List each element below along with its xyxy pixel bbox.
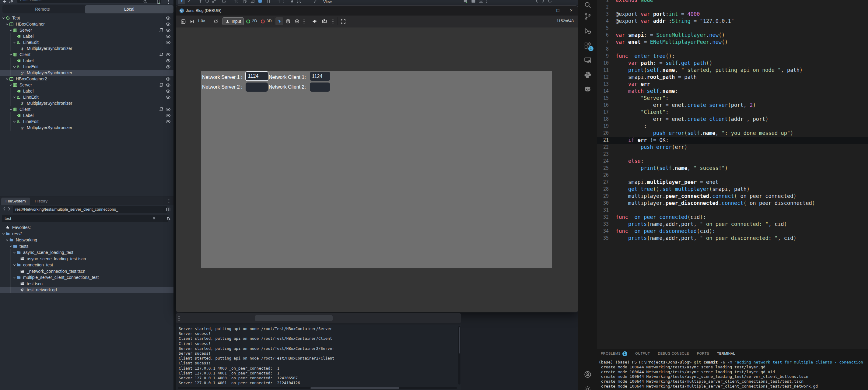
panel-tab-ports[interactable]: PORTS — [697, 349, 709, 358]
2d-mode-icon[interactable] — [246, 19, 250, 24]
chevron-down-icon[interactable] — [8, 29, 13, 32]
input-mode-button[interactable]: Input — [222, 17, 244, 25]
godot-tools-icon[interactable] — [578, 82, 597, 97]
filter-nodes-input[interactable] — [17, 0, 161, 3]
pivot-tool-icon[interactable] — [234, 0, 238, 3]
visibility-eye-icon[interactable] — [165, 34, 171, 38]
file-res-[interactable]: res:// — [0, 231, 174, 237]
visibility-eye-icon[interactable] — [165, 77, 171, 81]
visibility-eye-icon[interactable] — [165, 89, 171, 93]
scene-node-multiplayersynchronizer[interactable]: MultiplayerSynchronizer — [0, 46, 174, 52]
chevron-down-icon[interactable] — [5, 23, 9, 26]
add-node-icon[interactable] — [2, 0, 6, 4]
pick-node-button[interactable] — [275, 17, 283, 25]
scale-tool-icon[interactable] — [212, 0, 216, 3]
panel-tab-debug-console[interactable]: DEBUG CONSOLE — [658, 349, 689, 358]
file-favorites-[interactable]: Favorites: — [0, 224, 174, 231]
server2-port-input[interactable] — [246, 83, 268, 92]
scene-node-server[interactable]: Server — [0, 27, 174, 33]
file-connection-test[interactable]: connection_test — [0, 262, 174, 268]
output-log[interactable]: Server started, putting api on node /roo… — [179, 326, 456, 386]
chevron-down-icon[interactable] — [12, 263, 17, 267]
scrollbar-grip[interactable] — [178, 316, 181, 321]
back-icon[interactable] — [2, 206, 6, 211]
visibility-eye-icon[interactable] — [165, 120, 171, 124]
debug-options-menu-icon[interactable] — [303, 19, 305, 24]
dock-splitter[interactable] — [174, 0, 176, 390]
view-menu[interactable]: View — [323, 0, 332, 4]
move-tool-icon[interactable] — [187, 0, 191, 3]
visibility-eye-icon[interactable] — [165, 40, 171, 44]
3d-mode-icon[interactable] — [260, 19, 265, 24]
sort-files-icon[interactable] — [166, 216, 170, 221]
scene-dock-menu-icon[interactable] — [167, 0, 169, 4]
script-icon[interactable] — [159, 107, 163, 112]
restart-game-button[interactable] — [213, 19, 219, 24]
filesystem-search-input[interactable] — [2, 215, 168, 222]
file-networking[interactable]: Networking — [0, 237, 174, 243]
chevron-down-icon[interactable] — [8, 83, 13, 87]
settings-gear-icon[interactable] — [584, 385, 592, 390]
filesystem-menu-icon[interactable] — [168, 199, 170, 203]
suspend-button[interactable] — [181, 19, 186, 24]
close-button[interactable]: × — [565, 6, 578, 16]
output-vscrollbar[interactable] — [458, 326, 461, 385]
grid-snap-icon[interactable] — [266, 0, 271, 3]
scene-node-hboxcontainer[interactable]: HBoxContainer — [0, 21, 174, 27]
account-icon[interactable] — [584, 370, 592, 379]
scene-node-label[interactable]: Label — [0, 88, 174, 94]
tab-history[interactable]: History — [30, 198, 52, 205]
snap-options-icon[interactable] — [276, 0, 280, 3]
chevron-down-icon[interactable] — [5, 238, 9, 242]
forward-icon[interactable] — [7, 206, 11, 211]
preview-camera-icon[interactable] — [479, 0, 483, 3]
rotate-tool-icon[interactable] — [205, 0, 209, 3]
visibility-eye-icon[interactable] — [165, 114, 171, 118]
scene-node-test[interactable]: Test — [0, 15, 174, 21]
new-scene-icon[interactable] — [463, 0, 468, 3]
panel-tab-output[interactable]: OUTPUT — [635, 349, 650, 358]
scene-node-multiplayersynchronizer[interactable]: MultiplayerSynchronizer — [0, 100, 174, 106]
client1-port-input[interactable]: 1124 — [310, 72, 330, 81]
panel-tab-problems[interactable]: PROBLEMS1 — [601, 349, 627, 358]
chevron-down-icon[interactable] — [8, 108, 13, 111]
visibility-eye-icon[interactable] — [165, 65, 171, 69]
chevron-down-icon[interactable] — [12, 41, 17, 44]
scene-node-label[interactable]: Label — [0, 58, 174, 64]
audio-options-menu-icon[interactable] — [332, 19, 334, 24]
chevron-down-icon[interactable] — [8, 244, 13, 248]
scene-node-label[interactable]: Label — [0, 33, 174, 39]
scrollbar-thumb[interactable] — [310, 387, 399, 389]
list-select-icon[interactable] — [222, 0, 226, 3]
ruler-tool-icon[interactable] — [250, 0, 255, 3]
instance-scene-icon[interactable] — [9, 0, 13, 4]
toolbar-menu-icon[interactable] — [283, 0, 285, 3]
scene-node-label[interactable]: Label — [0, 112, 174, 118]
file-test-tscn[interactable]: test.tscn — [0, 281, 174, 287]
editor-horizontal-scrollbar[interactable] — [176, 313, 461, 323]
visibility-eye-icon[interactable] — [165, 59, 171, 63]
fullscreen-button[interactable] — [341, 19, 346, 24]
attach-script-icon[interactable] — [156, 0, 161, 4]
chevron-down-icon[interactable] — [12, 65, 17, 68]
chevron-down-icon[interactable] — [12, 276, 17, 279]
scene-node-lineedit[interactable]: LineEdit — [0, 64, 174, 70]
file-tests[interactable]: tests — [0, 243, 174, 250]
script-icon[interactable] — [159, 83, 163, 87]
file-async-scene-loading-test[interactable]: async_scene_loading_test — [0, 249, 174, 256]
visibility-eye-icon[interactable] — [165, 16, 171, 20]
mute-audio-button[interactable] — [312, 19, 317, 24]
chevron-down-icon[interactable] — [5, 77, 9, 81]
search-icon[interactable] — [578, 0, 597, 9]
file-multiple-server-client-connections-test[interactable]: multiple_server_client_connections_test — [0, 274, 174, 281]
output-hscrollbar[interactable] — [178, 387, 457, 389]
scrollbar-thumb[interactable] — [459, 327, 460, 354]
file-test-network-gd[interactable]: test_network.gd — [0, 287, 174, 293]
maximize-button[interactable]: □ — [552, 6, 564, 16]
terminal[interactable]: (base) (base) PS H:\Projects\Jons-Blog> … — [599, 360, 868, 390]
tab-filesystem[interactable]: FileSystem — [1, 198, 30, 205]
visibility-eye-icon[interactable] — [165, 83, 171, 87]
skeleton-options-icon[interactable] — [313, 0, 318, 3]
visibility-eye-icon[interactable] — [165, 108, 171, 112]
folder-icon[interactable] — [471, 0, 476, 3]
